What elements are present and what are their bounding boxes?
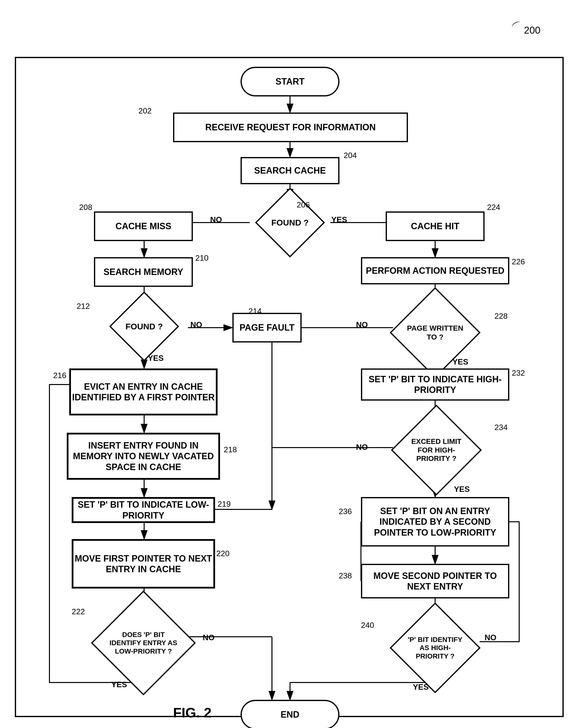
yes-label-p-bit-high: YES [413, 682, 429, 692]
start-node: START [241, 67, 339, 97]
no-label-p-bit-high: NO [484, 633, 496, 642]
does-p-low-diamond: DOES 'P' BIT IDENTIFY ENTRY AS LOW-PRIOR… [86, 606, 200, 680]
receive-ref: 202 [138, 106, 152, 115]
move-second-node: MOVE SECOND POINTER TO NEXT ENTRY [361, 564, 509, 598]
cache-hit-node: CACHE HIT [386, 211, 484, 241]
fig-label: FIG. 2 [173, 704, 212, 721]
receive-request-node: RECEIVE REQUEST FOR INFORMATION [173, 112, 408, 142]
search-cache-ref: 204 [344, 151, 357, 160]
yes-label-found1-right: YES [331, 215, 347, 224]
does-p-low-ref: 222 [72, 607, 85, 616]
cache-miss-ref: 208 [79, 203, 92, 212]
figure-ref: 200 [524, 25, 541, 36]
perform-action-ref: 226 [512, 257, 525, 266]
no-label-found2-right: NO [190, 320, 202, 329]
no-label-page-written: NO [356, 320, 368, 329]
yes-label-exceed: YES [454, 485, 470, 494]
found1-ref: 206 [297, 200, 310, 209]
yes-label-found2-down: YES [148, 354, 164, 363]
search-memory-ref: 210 [195, 254, 208, 263]
p-bit-high-diamond: 'P' BIT IDENTIFY AS HIGH-PRIORITY ? [387, 616, 483, 680]
exceed-limit-diamond: EXCEED LIMIT FOR HIGH-PRIORITY ? [388, 418, 484, 482]
evict-ref: 216 [53, 371, 66, 380]
cache-hit-ref: 224 [487, 203, 500, 212]
set-p-low2-ref: 236 [339, 507, 352, 516]
found1-diamond: FOUND ? [250, 198, 330, 247]
p-bit-high-ref: 240 [361, 621, 374, 630]
yes-label-page-written: YES [452, 357, 468, 366]
page-written-ref: 228 [495, 312, 507, 321]
no-label-exceed: NO [356, 443, 368, 452]
evict-node: EVICT AN ENTRY IN CACHE IDENTIFIED BY A … [69, 368, 217, 415]
diagram-container: 200 ⌒ FIG. 2 [0, 0, 580, 728]
search-memory-node: SEARCH MEMORY [94, 257, 193, 287]
page-fault-ref: 214 [248, 307, 262, 316]
set-p-high-ref: 232 [512, 368, 525, 378]
no-label-does-p-low: NO [203, 633, 215, 642]
move-second-ref: 238 [339, 571, 352, 580]
insert-node: INSERT ENTRY FOUND IN MEMORY INTO NEWLY … [67, 433, 220, 480]
move-first-node: MOVE FIRST POINTER TO NEXT ENTRY IN CACH… [72, 539, 215, 589]
end-node: END [241, 700, 339, 728]
found2-diamond: FOUND ? [104, 302, 184, 351]
set-p-high-node: SET 'P' BIT TO INDICATE HIGH-PRIORITY [361, 368, 509, 400]
page-fault-node: PAGE FAULT [232, 313, 301, 342]
found2-ref: 212 [77, 302, 90, 311]
exceed-limit-ref: 234 [495, 423, 507, 432]
search-cache-node: SEARCH CACHE [241, 157, 339, 184]
page-written-diamond: PAGE WRITTEN TO ? [387, 301, 483, 365]
set-p-low-ref: 219 [217, 499, 231, 509]
cache-miss-node: CACHE MISS [94, 211, 193, 241]
set-p-low2-node: SET 'P' BIT ON AN ENTRY INDICATED BY A S… [361, 497, 509, 546]
wavy-arrow: ⌒ [509, 18, 526, 36]
move-first-ref: 220 [216, 549, 230, 558]
perform-action-node: PERFORM ACTION REQUESTED [361, 257, 509, 284]
set-p-low-node: SET 'P' BIT TO INDICATE LOW-PRIORITY [72, 497, 215, 523]
yes-label-does-p-low: YES [111, 680, 127, 689]
insert-ref: 218 [224, 445, 237, 454]
no-label-found1-left: NO [210, 215, 222, 224]
